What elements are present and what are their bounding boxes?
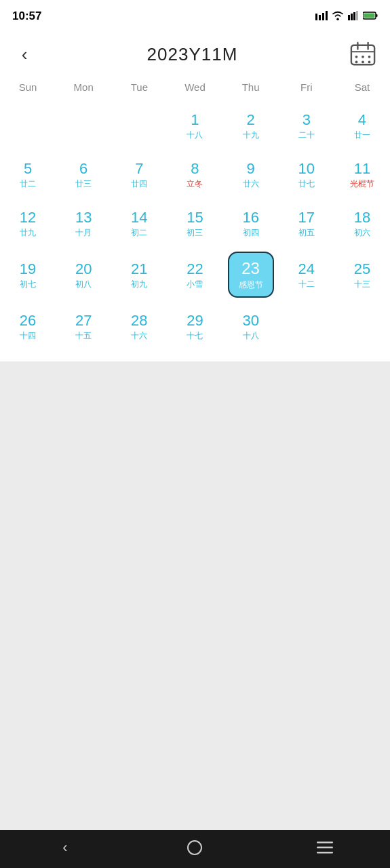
cellular-icon (348, 11, 359, 22)
day-lunar: 十二 (298, 279, 315, 289)
day-number: 25 (354, 260, 370, 278)
svg-point-21 (368, 61, 371, 64)
day-cell[interactable]: 21初九 (111, 248, 167, 302)
day-cell[interactable]: 19初七 (0, 248, 56, 302)
day-lunar: 十六 (131, 331, 147, 340)
day-cell[interactable]: 4廿一 (334, 101, 390, 150)
day-cell[interactable]: 15初三 (167, 199, 222, 248)
day-cell[interactable]: 8立冬 (167, 150, 222, 199)
back-nav-button[interactable]: ‹ (45, 833, 85, 863)
svg-point-16 (355, 56, 358, 58)
status-time: 10:57 (12, 9, 41, 23)
day-cell[interactable]: 12廿九 (0, 199, 56, 248)
day-cell[interactable]: 1十八 (167, 101, 222, 150)
day-cell[interactable]: 28十六 (111, 302, 167, 351)
day-lunar: 初二 (131, 228, 147, 237)
day-cell[interactable]: 29十七 (167, 302, 222, 351)
home-nav-button[interactable] (174, 833, 215, 863)
day-cell[interactable]: 23感恩节 (223, 248, 279, 302)
gray-area (0, 361, 390, 830)
day-lunar: 初九 (131, 279, 147, 289)
day-cell[interactable]: 7廿四 (111, 150, 167, 199)
month-title: 2023Y11M (147, 44, 238, 65)
calendar-icon (350, 41, 376, 67)
day-cell[interactable]: 25十三 (334, 248, 390, 302)
day-lunar: 小雪 (187, 279, 203, 289)
day-number: 1 (191, 111, 199, 129)
weekday-label: Tue (111, 79, 167, 96)
day-cell[interactable]: 5廿二 (0, 150, 56, 199)
svg-rect-10 (364, 13, 375, 18)
back-button[interactable]: ‹ (12, 44, 37, 65)
empty-day-cell (334, 302, 390, 351)
svg-rect-7 (353, 12, 355, 20)
day-number: 8 (191, 160, 199, 178)
day-cell[interactable]: 9廿六 (223, 150, 279, 199)
weekday-label: Thu (223, 79, 279, 96)
day-lunar: 初三 (187, 228, 203, 237)
day-number: 30 (242, 312, 258, 330)
day-lunar: 廿九 (20, 228, 36, 237)
day-cell[interactable]: 24十二 (279, 248, 334, 302)
day-cell[interactable]: 3二十 (279, 101, 334, 150)
svg-rect-5 (348, 15, 350, 20)
day-number: 16 (242, 209, 258, 226)
day-lunar: 初八 (75, 279, 92, 289)
wifi-icon (332, 11, 344, 22)
empty-day-cell (111, 101, 167, 150)
day-lunar: 十四 (20, 331, 36, 340)
svg-rect-24 (317, 852, 333, 854)
day-number: 27 (75, 312, 92, 330)
day-cell[interactable]: 6廿三 (56, 150, 111, 199)
weekday-label: Sat (334, 79, 390, 96)
day-cell[interactable]: 27十五 (56, 302, 111, 351)
day-cell[interactable]: 16初四 (223, 199, 279, 248)
svg-rect-2 (322, 13, 324, 20)
day-number: 18 (354, 209, 370, 226)
svg-rect-23 (317, 847, 333, 849)
svg-rect-3 (326, 11, 328, 20)
day-number: 2 (247, 111, 255, 129)
day-lunar: 廿一 (354, 130, 370, 140)
day-lunar: 初五 (298, 228, 315, 237)
calendar-header: ‹ 2023Y11M (0, 30, 390, 76)
home-icon (187, 840, 202, 855)
day-cell[interactable]: 13十月 (56, 199, 111, 248)
day-lunar: 廿二 (20, 179, 36, 189)
day-cell[interactable]: 18初六 (334, 199, 390, 248)
day-lunar: 十月 (75, 228, 92, 237)
day-cell[interactable]: 17初五 (279, 199, 334, 248)
day-number: 17 (298, 209, 315, 226)
empty-day-cell (0, 101, 56, 150)
day-cell[interactable]: 10廿七 (279, 150, 334, 199)
weekday-label: Sun (0, 79, 56, 96)
day-number: 13 (75, 209, 92, 226)
day-number: 15 (187, 209, 203, 226)
day-cell[interactable]: 22小雪 (167, 248, 222, 302)
day-number: 29 (187, 312, 203, 330)
svg-rect-11 (376, 14, 378, 17)
weekday-label: Wed (167, 79, 222, 96)
menu-icon (317, 842, 333, 854)
day-number: 11 (354, 160, 370, 178)
day-cell[interactable]: 2十九 (223, 101, 279, 150)
svg-rect-6 (351, 14, 353, 20)
day-cell[interactable]: 11光棍节 (334, 150, 390, 199)
day-lunar: 廿四 (131, 179, 147, 189)
day-cell[interactable]: 30十八 (223, 302, 279, 351)
menu-nav-button[interactable] (305, 833, 345, 863)
day-number: 5 (24, 160, 32, 178)
day-cell[interactable]: 14初二 (111, 199, 167, 248)
day-number: 14 (131, 209, 147, 226)
day-number: 26 (20, 312, 36, 330)
day-lunar: 初四 (243, 228, 259, 237)
empty-day-cell (56, 101, 111, 150)
day-lunar: 十七 (187, 331, 203, 340)
day-number: 28 (131, 312, 147, 330)
day-cell[interactable]: 26十四 (0, 302, 56, 351)
calendar-view-button[interactable] (348, 39, 378, 69)
day-cell[interactable]: 20初八 (56, 248, 111, 302)
svg-rect-22 (317, 842, 333, 844)
calendar-container: ‹ 2023Y11M SunMonTueWedThuFriSat 1十八2十九3… (0, 30, 390, 361)
weekday-row: SunMonTueWedThuFriSat (0, 76, 390, 100)
